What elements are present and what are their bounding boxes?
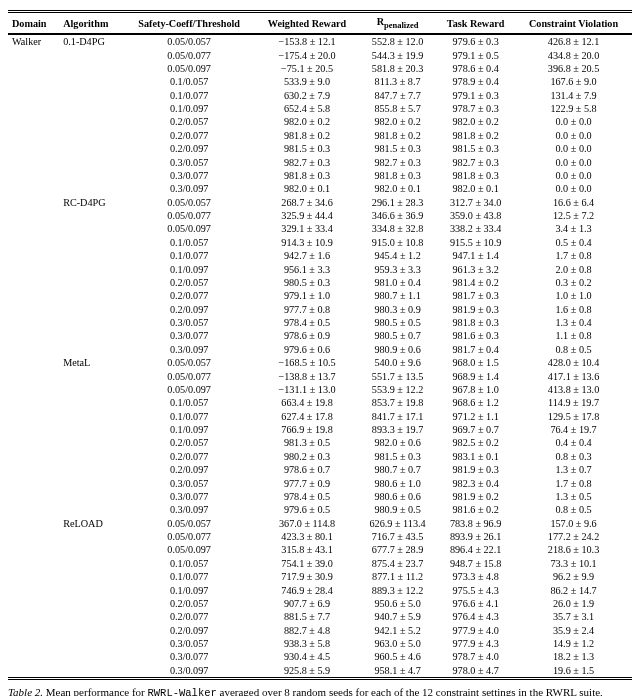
cell-algorithm: RC-D4PG xyxy=(59,196,123,209)
caption-label: Table 2. xyxy=(8,686,43,696)
table-row: 0.2/0.057980.5 ± 0.3981.0 ± 0.4981.4 ± 0… xyxy=(8,276,632,289)
cell-domain xyxy=(8,48,59,61)
table-row: 0.3/0.077930.4 ± 4.5960.5 ± 4.6978.7 ± 4… xyxy=(8,650,632,663)
cell-algorithm xyxy=(59,102,123,115)
cell-value: 980.7 ± 1.1 xyxy=(359,289,436,302)
cell-value: 950.6 ± 5.0 xyxy=(359,597,436,610)
cell-algorithm xyxy=(59,476,123,489)
cell-value: 889.3 ± 12.2 xyxy=(359,583,436,596)
cell-value: 959.3 ± 3.3 xyxy=(359,262,436,275)
cell-algorithm xyxy=(59,597,123,610)
cell-value: 96.2 ± 9.9 xyxy=(515,570,632,583)
cell-value: 551.7 ± 13.5 xyxy=(359,369,436,382)
cell-domain xyxy=(8,169,59,182)
cell-domain xyxy=(8,410,59,423)
cell-algorithm xyxy=(59,209,123,222)
cell-value: 0.4 ± 0.4 xyxy=(515,436,632,449)
results-table: Domain Algorithm Safety-Coeff/Threshold … xyxy=(8,13,632,677)
cell-value: 981.8 ± 0.3 xyxy=(436,169,515,182)
cell-value: 0.1/0.057 xyxy=(123,75,255,88)
cell-domain xyxy=(8,209,59,222)
cell-algorithm xyxy=(59,423,123,436)
table-row: 0.3/0.077981.8 ± 0.3981.8 ± 0.3981.8 ± 0… xyxy=(8,169,632,182)
table-row: 0.2/0.077979.1 ± 1.0980.7 ± 1.1981.7 ± 0… xyxy=(8,289,632,302)
cell-domain xyxy=(8,583,59,596)
cell-algorithm xyxy=(59,75,123,88)
cell-value: 976.4 ± 4.3 xyxy=(436,610,515,623)
cell-value: 981.4 ± 0.2 xyxy=(436,276,515,289)
cell-value: 0.0 ± 0.0 xyxy=(515,182,632,195)
cell-value: 968.6 ± 1.2 xyxy=(436,396,515,409)
col-domain: Domain xyxy=(8,13,59,34)
cell-value: 882.7 ± 4.8 xyxy=(255,624,359,637)
cell-domain xyxy=(8,476,59,489)
cell-value: 717.9 ± 30.9 xyxy=(255,570,359,583)
table-row: 0.1/0.097652.4 ± 5.8855.8 ± 5.7978.7 ± 0… xyxy=(8,102,632,115)
table-row: 0.05/0.077423.3 ± 80.1716.7 ± 43.5893.9 … xyxy=(8,530,632,543)
cell-value: 0.05/0.097 xyxy=(123,222,255,235)
cell-value: 0.05/0.057 xyxy=(123,356,255,369)
col-constraint: Constraint Violation xyxy=(515,13,632,34)
cell-algorithm xyxy=(59,583,123,596)
cell-algorithm xyxy=(59,115,123,128)
cell-value: 35.7 ± 3.1 xyxy=(515,610,632,623)
cell-algorithm xyxy=(59,289,123,302)
cell-value: 977.9 ± 4.0 xyxy=(436,624,515,637)
cell-value: 982.7 ± 0.3 xyxy=(436,155,515,168)
cell-domain xyxy=(8,436,59,449)
table-row: ReLOAD0.05/0.057367.0 ± 114.8626.9 ± 113… xyxy=(8,517,632,530)
cell-domain xyxy=(8,356,59,369)
cell-value: 0.0 ± 0.0 xyxy=(515,129,632,142)
cell-algorithm xyxy=(59,62,123,75)
cell-value: 915.0 ± 10.8 xyxy=(359,236,436,249)
cell-value: 0.3/0.077 xyxy=(123,169,255,182)
table-row: Walker0.1-D4PG0.05/0.057−153.8 ± 12.1552… xyxy=(8,35,632,48)
cell-value: 0.2/0.057 xyxy=(123,597,255,610)
cell-value: 1.3 ± 0.4 xyxy=(515,316,632,329)
cell-algorithm xyxy=(59,276,123,289)
cell-value: 367.0 ± 114.8 xyxy=(255,517,359,530)
cell-value: 981.7 ± 0.4 xyxy=(436,343,515,356)
cell-algorithm xyxy=(59,343,123,356)
cell-value: 981.9 ± 0.2 xyxy=(436,490,515,503)
cell-value: 0.05/0.097 xyxy=(123,383,255,396)
cell-value: 0.3/0.097 xyxy=(123,182,255,195)
table-row: 0.2/0.077881.5 ± 7.7940.7 ± 5.9976.4 ± 4… xyxy=(8,610,632,623)
table-row: 0.3/0.097982.0 ± 0.1982.0 ± 0.1982.0 ± 0… xyxy=(8,182,632,195)
cell-value: 977.7 ± 0.8 xyxy=(255,303,359,316)
cell-value: 1.6 ± 0.8 xyxy=(515,303,632,316)
cell-value: 218.6 ± 10.3 xyxy=(515,543,632,556)
cell-value: 0.3/0.077 xyxy=(123,490,255,503)
cell-algorithm xyxy=(59,89,123,102)
cell-value: 978.6 ± 0.9 xyxy=(255,329,359,342)
cell-value: 626.9 ± 113.4 xyxy=(359,517,436,530)
cell-value: 982.0 ± 0.1 xyxy=(359,182,436,195)
cell-value: 268.7 ± 34.6 xyxy=(255,196,359,209)
cell-value: 978.6 ± 0.7 xyxy=(255,463,359,476)
table-row: 0.2/0.057981.3 ± 0.5982.0 ± 0.6982.5 ± 0… xyxy=(8,436,632,449)
cell-value: 915.5 ± 10.9 xyxy=(436,236,515,249)
cell-value: 652.4 ± 5.8 xyxy=(255,102,359,115)
table-row: 0.3/0.097979.6 ± 0.5980.9 ± 0.5981.6 ± 0… xyxy=(8,503,632,516)
cell-value: 981.5 ± 0.3 xyxy=(359,142,436,155)
cell-value: 945.4 ± 1.2 xyxy=(359,249,436,262)
cell-algorithm xyxy=(59,383,123,396)
cell-algorithm xyxy=(59,48,123,61)
cell-value: 0.3/0.097 xyxy=(123,664,255,677)
cell-value: 968.9 ± 1.4 xyxy=(436,369,515,382)
cell-value: 76.4 ± 19.7 xyxy=(515,423,632,436)
cell-algorithm xyxy=(59,249,123,262)
cell-value: 630.2 ± 7.9 xyxy=(255,89,359,102)
cell-algorithm xyxy=(59,530,123,543)
cell-value: 0.05/0.077 xyxy=(123,369,255,382)
cell-algorithm xyxy=(59,303,123,316)
cell-value: 359.0 ± 43.8 xyxy=(436,209,515,222)
cell-value: 942.7 ± 1.6 xyxy=(255,249,359,262)
cell-value: 746.9 ± 28.4 xyxy=(255,583,359,596)
cell-value: 627.4 ± 17.8 xyxy=(255,410,359,423)
cell-value: 0.3 ± 0.2 xyxy=(515,276,632,289)
cell-value: 979.1 ± 0.5 xyxy=(436,48,515,61)
cell-domain xyxy=(8,664,59,677)
cell-value: 0.0 ± 0.0 xyxy=(515,169,632,182)
cell-value: 947.1 ± 1.4 xyxy=(436,249,515,262)
